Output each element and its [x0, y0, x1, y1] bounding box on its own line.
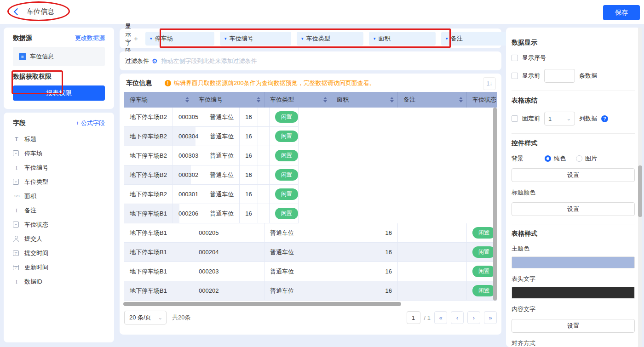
content-text-label: 内容文字: [512, 305, 635, 313]
table-header-cell[interactable]: 车位编号: [193, 92, 264, 108]
table-header-cell[interactable]: 车位状态: [467, 92, 497, 108]
table-row[interactable]: 地下停车场B1 000203 普通车位 16 闲置: [124, 262, 497, 281]
table-row[interactable]: 地下停车场B2 000303 普通车位 16 闲置: [124, 146, 191, 165]
display-field-chip[interactable]: ▾ 备注: [441, 32, 510, 46]
solid-color-option[interactable]: 纯色: [545, 154, 566, 163]
display-fields-bar: 显示字段 + ▾ 停车场 ▾ 车位编号 ▾ 车位类型 ▾ 面积: [120, 28, 501, 48]
field-item[interactable]: 车位编号: [13, 160, 80, 175]
theme-color-swatch[interactable]: [512, 256, 635, 268]
datasource-item[interactable]: ≡ 车位信息: [13, 47, 105, 66]
display-field-chip[interactable]: ▾ 面积: [369, 32, 436, 46]
table-row[interactable]: 地下停车场B1 000202 普通车位 16 闲置: [124, 281, 497, 301]
radio-selected-icon[interactable]: [545, 155, 551, 162]
table-style-title: 表格样式: [512, 230, 635, 238]
document-icon: ≡: [19, 53, 26, 60]
table-header-cell[interactable]: 车位类型: [264, 92, 331, 108]
sort-arrows-icon[interactable]: [323, 97, 327, 102]
cell-area: 16: [331, 243, 398, 262]
formula-field-link[interactable]: + 公式字段: [76, 119, 105, 127]
field-item[interactable]: 停车场: [13, 146, 84, 160]
display-field-chip[interactable]: ▾ 停车场: [145, 32, 214, 46]
next-page-button[interactable]: ›: [467, 311, 480, 324]
table-header-cell[interactable]: 停车场: [124, 92, 193, 108]
cell-area: 16: [240, 146, 258, 165]
table-row[interactable]: 地下停车场B2 000301 普通车位 16 闲置: [124, 185, 193, 204]
sort-arrows-icon[interactable]: [390, 97, 394, 102]
title-color-set-button[interactable]: 设置: [512, 202, 635, 216]
page-size-value: 20 条/页: [129, 313, 151, 322]
prev-page-button[interactable]: ‹: [451, 311, 464, 324]
image-option[interactable]: 图片: [576, 154, 597, 163]
chevron-down-icon: ▾: [301, 36, 304, 41]
field-item[interactable]: 提交人: [13, 232, 114, 246]
table-row[interactable]: 地下停车场B1 000205 普通车位 16 闲置: [124, 223, 497, 243]
display-field-chip[interactable]: ▾ 车位编号: [220, 32, 291, 46]
change-datasource-link[interactable]: 更改数据源: [75, 34, 105, 42]
header-text-swatch[interactable]: [512, 287, 635, 299]
field-item[interactable]: 面积: [13, 189, 82, 203]
sort-order-icon[interactable]: 1↓: [483, 77, 496, 90]
select-icon: [13, 179, 19, 185]
field-item[interactable]: 提交时间: [13, 246, 114, 260]
cell-status: 闲置: [467, 223, 497, 243]
first-page-button[interactable]: «: [434, 311, 447, 324]
show-index-checkbox[interactable]: [512, 55, 518, 61]
page-number-input[interactable]: [407, 311, 420, 324]
content-text-set-button[interactable]: 设置: [512, 319, 635, 333]
sort-arrows-icon[interactable]: [257, 97, 260, 102]
cell-status: 闲置: [467, 281, 497, 301]
table-row[interactable]: 地下停车场B1 000204 普通车位 16 闲置: [124, 243, 497, 262]
last-page-button[interactable]: »: [484, 311, 497, 324]
field-label: 提交人: [24, 235, 42, 243]
display-field-chip[interactable]: ▾ 车位类型: [297, 32, 363, 46]
chevron-down-icon: ▾: [446, 36, 448, 41]
data-display-title: 数据显示: [512, 39, 635, 47]
horizontal-scrollbar[interactable]: [123, 302, 401, 306]
chip-label: 备注: [451, 34, 463, 43]
report-permission-button[interactable]: 报表权限: [13, 85, 105, 101]
save-button[interactable]: 保存: [603, 5, 640, 20]
help-icon[interactable]: ?: [601, 115, 608, 122]
vertical-scrollbar[interactable]: [493, 108, 497, 301]
table-row[interactable]: 地下停车场B2 000305 普通车位 16 闲置: [124, 108, 193, 127]
cell-parking-lot: 地下停车场B2: [124, 185, 173, 204]
field-label: 停车场: [24, 149, 42, 158]
solid-color-label: 纯色: [554, 154, 566, 163]
field-label: 数据ID: [24, 278, 42, 286]
cell-status: 闲置: [270, 204, 299, 223]
field-item[interactable]: 备注: [13, 203, 68, 217]
gear-icon[interactable]: ⚙: [152, 57, 158, 65]
table-row[interactable]: 地下停车场B2 000304 普通车位 16 闲置: [124, 127, 196, 146]
table-header-cell[interactable]: 面积: [331, 92, 398, 108]
sort-arrows-icon[interactable]: [459, 97, 463, 102]
field-item[interactable]: 更新时间: [13, 260, 114, 274]
table-header-cell[interactable]: 备注: [398, 92, 467, 108]
field-label: 面积: [24, 192, 36, 200]
text-icon: [13, 207, 20, 214]
window-scrollbar-thumb[interactable]: [638, 165, 642, 217]
show-first-label: 显示前: [522, 72, 540, 80]
page-title: 车位信息: [27, 7, 54, 16]
background-set-button[interactable]: 设置: [512, 168, 635, 182]
page-size-select[interactable]: 20 条/页 ⌄: [124, 311, 167, 324]
radio-unselected-icon[interactable]: [576, 155, 582, 162]
freeze-checkbox[interactable]: [512, 115, 518, 122]
field-label: 标题: [24, 135, 36, 143]
row-limit-input[interactable]: [544, 69, 575, 83]
field-item[interactable]: 数据ID: [13, 274, 114, 289]
field-item[interactable]: 标题: [13, 132, 82, 146]
table-row[interactable]: 地下停车场B1 000206 普通车位 16 闲置: [124, 204, 179, 223]
add-display-field-button[interactable]: +: [134, 34, 138, 42]
show-first-checkbox[interactable]: [512, 73, 518, 79]
table-row[interactable]: 地下停车场B2 000302 普通车位 16 闲置: [124, 165, 191, 185]
field-list: 标题 停车场 车位编号 车位类型 面积: [4, 127, 114, 289]
cell-space-type: 普通车位: [204, 108, 240, 127]
freeze-count-select[interactable]: 1 ⌄: [544, 112, 575, 125]
divider: [512, 91, 635, 91]
back-icon[interactable]: [14, 8, 21, 16]
cell-area: 16: [240, 204, 258, 223]
field-item[interactable]: 车位状态: [13, 217, 114, 232]
field-item[interactable]: 车位类型: [13, 175, 80, 189]
table-title: 车位信息: [126, 79, 152, 87]
sort-arrows-icon[interactable]: [185, 97, 189, 102]
